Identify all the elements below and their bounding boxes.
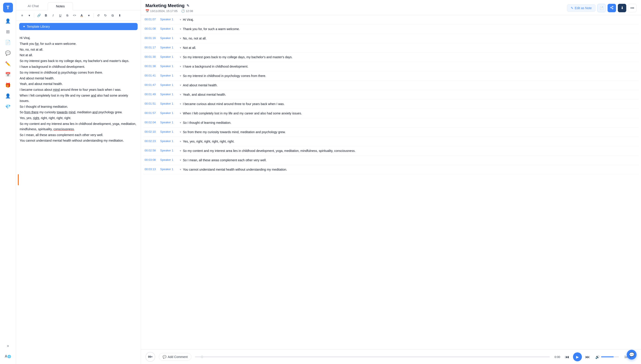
transcript-row[interactable]: 00:01:57 Speaker 1 ▾ When I felt complet…: [143, 109, 639, 118]
transcript-time: 00:01:41: [144, 74, 160, 77]
transcript-time: 00:01:07: [144, 18, 160, 21]
editor-line: Hi Viraj.: [20, 36, 137, 41]
transcript-chevron-icon[interactable]: ▾: [180, 167, 181, 171]
underline-btn[interactable]: U: [57, 12, 64, 19]
transcript-chevron-icon[interactable]: ▾: [180, 130, 181, 134]
transcript-chevron-icon[interactable]: ▾: [180, 36, 181, 40]
right-panel: Marketing Meeting ✎ 📅 13/11/2024, 15:17:…: [141, 0, 641, 364]
edit-note-icon: ✎: [571, 6, 574, 10]
editor-line: I became curious about mind around three…: [20, 87, 137, 92]
transcript-chevron-icon[interactable]: ▾: [180, 18, 181, 21]
transcript-chevron-icon[interactable]: ▾: [180, 74, 181, 78]
template-library-btn[interactable]: ✦ Template Library: [19, 23, 138, 30]
volume-slider[interactable]: [601, 356, 619, 357]
transcript-row[interactable]: 00:01:30 Speaker 1 ▾ So my interest goes…: [143, 53, 639, 62]
sidebar-icon-grid[interactable]: ⊞: [3, 27, 13, 36]
add-comment-btn[interactable]: 💬 Add Comment: [159, 353, 191, 361]
transcript-row[interactable]: 00:02:10 Speaker 1 ▾ So from there my cu…: [143, 128, 639, 137]
transcript-time: 00:01:08: [144, 27, 160, 30]
transcript-row[interactable]: 00:01:38 Speaker 1 ▾ I have a background…: [143, 62, 639, 71]
more-action-btn[interactable]: •••: [628, 4, 636, 12]
transcript-chevron-icon[interactable]: ▾: [180, 92, 181, 96]
comment-icon: 💬: [162, 355, 166, 359]
transcript-row[interactable]: 00:01:47 Speaker 1 ▾ And about mental he…: [143, 81, 639, 90]
sidebar-icon-document[interactable]: 📄: [3, 38, 13, 47]
transcript-row[interactable]: 00:03:13 Speaker 1 ▾ You cannot understa…: [143, 165, 639, 174]
transcript-chevron-icon[interactable]: ▾: [180, 111, 181, 115]
transcript-chevron-icon[interactable]: ▾: [180, 64, 181, 68]
transcript-chevron-icon[interactable]: ▾: [180, 102, 181, 106]
transcript-speaker: Speaker 1: [160, 167, 178, 171]
transcript-chevron-icon[interactable]: ▾: [180, 55, 181, 59]
forward-btn[interactable]: ⏭: [584, 353, 592, 361]
notes-editor[interactable]: Hi Viraj. Thank you for, for such a warm…: [16, 32, 141, 364]
meeting-title-group: Marketing Meeting ✎ 📅 13/11/2024, 15:17:…: [146, 3, 193, 13]
comment-count-badge[interactable]: 99+: [146, 352, 155, 362]
transcript-row[interactable]: 00:01:08 Speaker 1 ▾ Thank you for, for …: [143, 24, 639, 34]
sidebar-expand-btn[interactable]: »: [3, 341, 13, 350]
sidebar-icon-gift[interactable]: 🎁: [3, 80, 13, 90]
transcript-time: 00:03:08: [144, 158, 160, 162]
editor-toolbar: ≡ ▾ 🔗 B I U S <> A ▾ ↺ ↻ ⧉ ⬇: [16, 10, 141, 21]
tab-notes[interactable]: Notes: [48, 2, 73, 10]
transcript-chevron-icon[interactable]: ▾: [180, 158, 181, 162]
transcript-row[interactable]: 00:01:16 Speaker 1 ▾ No, no, not at all.: [143, 34, 639, 43]
transcript-chevron-icon[interactable]: ▾: [180, 139, 181, 143]
code-btn[interactable]: <>: [71, 12, 78, 19]
download-action-btn[interactable]: ⬇: [618, 4, 626, 12]
transcript-chevron-icon[interactable]: ▾: [180, 46, 181, 49]
undo-btn[interactable]: ↺: [95, 12, 102, 19]
font-color-btn[interactable]: A: [78, 12, 85, 19]
copy-btn[interactable]: ⧉: [109, 12, 116, 19]
list-chevron-btn[interactable]: ▾: [26, 12, 32, 19]
rewind-btn[interactable]: ⏮: [563, 353, 571, 361]
tab-ai-chat[interactable]: AI Chat: [20, 2, 47, 10]
download-action-icon: ⬇: [621, 6, 624, 10]
chat-support-btn[interactable]: 💬: [627, 350, 636, 360]
sidebar-icon-calendar[interactable]: 📅: [3, 70, 13, 80]
sidebar-icon-translate[interactable]: A🌐: [3, 352, 13, 361]
transcript-speaker: Speaker 1: [160, 36, 178, 40]
transcript-row[interactable]: 00:02:58 Speaker 1 ▾ So my content and m…: [143, 146, 639, 156]
meeting-duration: 12:08: [186, 9, 193, 13]
sidebar-icon-user[interactable]: 👤: [3, 91, 13, 101]
transcript-chevron-icon[interactable]: ▾: [180, 83, 181, 87]
sidebar-icon-people[interactable]: 👤: [3, 16, 13, 26]
sidebar-icon-pencil[interactable]: ✏️: [3, 59, 13, 69]
progress-bar[interactable]: [195, 356, 550, 357]
transcript-row[interactable]: 00:01:17 Speaker 1 ▾ Not at all.: [143, 43, 639, 53]
editor-line: I have a background in childhood develop…: [20, 64, 137, 70]
transcript-row[interactable]: 00:01:07 Speaker 1 ▾ Hi Viraj.: [143, 15, 639, 24]
svg-point-2: [612, 8, 613, 9]
edit-title-icon[interactable]: ✎: [186, 4, 189, 8]
editor-line: No, no, not at all.: [20, 47, 137, 52]
sidebar-icon-chat[interactable]: 💬: [3, 48, 13, 58]
redo-btn[interactable]: ↻: [102, 12, 109, 19]
italic-btn[interactable]: I: [50, 12, 56, 19]
doc-action-icon: 📄: [600, 6, 604, 10]
sidebar-icon-diamond[interactable]: 💎: [3, 102, 13, 112]
transcript-chevron-icon[interactable]: ▾: [180, 27, 181, 30]
transcript-row[interactable]: 00:01:49 Speaker 1 ▾ Yeah, and about men…: [143, 90, 639, 100]
edit-as-note-btn[interactable]: ✎ Edit as Note: [567, 4, 596, 12]
play-btn[interactable]: ▶: [573, 352, 582, 361]
transcript-row[interactable]: 00:01:41 Speaker 1 ▾ So my interest in c…: [143, 71, 639, 81]
share-action-btn[interactable]: [608, 4, 616, 12]
app-logo[interactable]: T: [3, 3, 13, 12]
font-color-chevron-btn[interactable]: ▾: [86, 12, 92, 19]
transcript-row[interactable]: 00:01:51 Speaker 1 ▾ I became curious ab…: [143, 100, 639, 109]
transcript-row[interactable]: 00:02:23 Speaker 1 ▾ Yes, yes, right, ri…: [143, 137, 639, 146]
list-format-btn[interactable]: ≡: [19, 12, 26, 19]
transcript-chevron-icon[interactable]: ▾: [180, 120, 181, 124]
transcript-row[interactable]: 00:03:08 Speaker 1 ▾ So I mean, all thes…: [143, 156, 639, 165]
volume-icon[interactable]: 🔊: [595, 355, 600, 359]
meeting-date-item: 📅 13/11/2024, 15:17:05: [146, 9, 178, 13]
download-btn[interactable]: ⬇: [116, 12, 123, 19]
transcript-time: 00:01:17: [144, 46, 160, 49]
transcript-row[interactable]: 00:02:04 Speaker 1 ▾ So I thought of lea…: [143, 118, 639, 128]
link-btn[interactable]: 🔗: [36, 12, 42, 19]
transcript-chevron-icon[interactable]: ▾: [180, 148, 181, 152]
strikethrough-btn[interactable]: S: [64, 12, 71, 19]
bold-btn[interactable]: B: [42, 12, 49, 19]
doc-action-btn[interactable]: 📄: [597, 4, 606, 12]
